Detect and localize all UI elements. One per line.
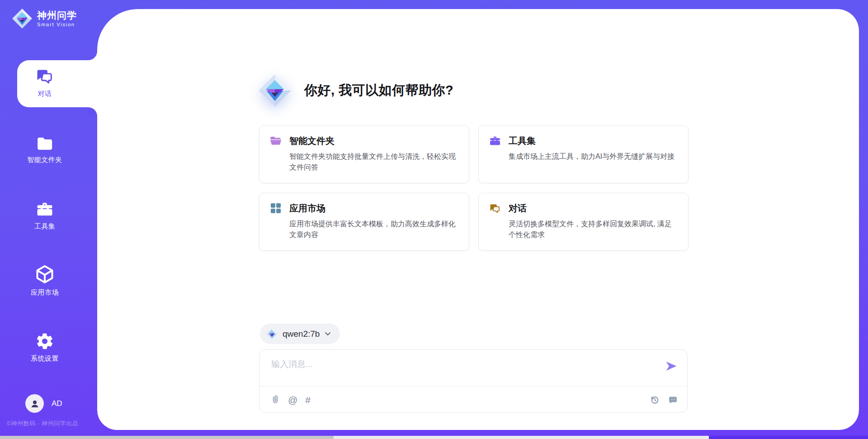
sidebar-item-label: 智能文件夹 bbox=[27, 156, 62, 164]
card-description: 应用市场提供丰富长文本模板，助力高效生成多样化文章内容 bbox=[289, 219, 459, 240]
sidebar-item-label: 工具集 bbox=[34, 222, 56, 231]
card-title: 工具集 bbox=[509, 135, 536, 147]
assistant-logo-icon bbox=[258, 74, 292, 107]
avatar[interactable] bbox=[25, 394, 44, 413]
user-initials: AD bbox=[52, 399, 62, 408]
card-title: 智能文件夹 bbox=[289, 135, 335, 147]
card-app-market[interactable]: 应用市场 应用市场提供丰富长文本模板，助力高效生成多样化文章内容 bbox=[259, 193, 469, 251]
chat-bubble-icon bbox=[668, 395, 678, 405]
folder-open-icon bbox=[269, 134, 282, 147]
message-composer: @ # bbox=[259, 349, 688, 413]
copyright-footer: ©神州数码 · 神州问学出品 bbox=[7, 420, 78, 428]
sidebar-item-toolset[interactable]: 工具集 bbox=[0, 200, 90, 231]
card-description: 智能文件夹功能支持批量文件上传与清洗，轻松实现文件问答 bbox=[289, 151, 459, 173]
sidebar-item-chat[interactable]: 对话 bbox=[0, 66, 90, 98]
tab-fillet-bottom bbox=[88, 107, 97, 116]
history-icon bbox=[650, 395, 660, 405]
sidebar-item-label: 系统设置 bbox=[31, 354, 59, 363]
toolbox-icon bbox=[489, 134, 501, 147]
brand-text: 神州问学 Smart Vision bbox=[37, 10, 77, 27]
card-header: 应用市场 bbox=[269, 202, 459, 215]
chat-icon bbox=[489, 202, 501, 215]
app-window: 神州问学 Smart Vision 对话 智能文件夹 工具集 应用市场 系统 bbox=[0, 0, 868, 439]
send-button[interactable] bbox=[665, 360, 678, 373]
card-header: 对话 bbox=[489, 202, 678, 215]
message-input[interactable] bbox=[270, 359, 650, 370]
sidebar-item-smart-folder[interactable]: 智能文件夹 bbox=[0, 134, 90, 164]
cube-icon bbox=[34, 264, 55, 285]
scrollbar-right-edge bbox=[709, 436, 868, 439]
grid-icon bbox=[269, 202, 282, 215]
sidebar-item-label: 应用市场 bbox=[31, 288, 59, 297]
brand-subtitle: Smart Vision bbox=[37, 22, 77, 27]
card-title: 对话 bbox=[509, 202, 527, 215]
sidebar-item-settings[interactable]: 系统设置 bbox=[0, 332, 90, 363]
toolbox-icon bbox=[35, 200, 54, 219]
card-chat[interactable]: 对话 灵活切换多模型文件，支持多样回复效果调试, 满足个性化需求 bbox=[478, 193, 689, 251]
hash-icon: # bbox=[305, 395, 311, 405]
person-icon bbox=[29, 398, 40, 409]
folder-icon bbox=[36, 134, 54, 152]
gear-icon bbox=[35, 332, 54, 351]
card-toolset[interactable]: 工具集 集成市场上主流工具，助力AI与外界无缝扩展与对接 bbox=[478, 125, 689, 183]
history-button[interactable] bbox=[650, 395, 660, 405]
horizontal-scrollbar[interactable] bbox=[0, 436, 868, 439]
topic-button[interactable]: # bbox=[305, 395, 311, 405]
greeting-title: 你好, 我可以如何帮助你? bbox=[304, 81, 453, 100]
brand-logo-icon bbox=[12, 8, 33, 29]
brand-name: 神州问学 bbox=[37, 10, 77, 20]
attach-button[interactable] bbox=[270, 395, 280, 405]
card-header: 工具集 bbox=[489, 134, 678, 147]
card-header: 智能文件夹 bbox=[269, 134, 459, 147]
paperclip-icon bbox=[270, 395, 280, 405]
tab-fillet-top bbox=[88, 51, 97, 60]
feature-cards: 智能文件夹 智能文件夹功能支持批量文件上传与清洗，轻松实现文件问答 工具集 集成… bbox=[259, 125, 689, 251]
scrollbar-thumb[interactable] bbox=[0, 436, 334, 439]
user-account[interactable]: AD bbox=[25, 394, 62, 413]
brand: 神州问学 Smart Vision bbox=[12, 8, 77, 29]
model-selector[interactable]: qwen2:7b bbox=[260, 324, 340, 344]
sidebar-item-app-market[interactable]: 应用市场 bbox=[0, 264, 90, 297]
composer-toolbar: @ # bbox=[270, 387, 678, 413]
card-smart-folder[interactable]: 智能文件夹 智能文件夹功能支持批量文件上传与清洗，轻松实现文件问答 bbox=[259, 125, 469, 183]
main-panel: 你好, 我可以如何帮助你? 智能文件夹 智能文件夹功能支持批量文件上传与清洗，轻… bbox=[97, 9, 859, 430]
send-icon bbox=[665, 360, 678, 372]
model-logo-icon bbox=[266, 328, 278, 339]
mention-button[interactable]: @ bbox=[288, 395, 297, 405]
at-icon: @ bbox=[288, 395, 297, 405]
model-name: qwen2:7b bbox=[283, 329, 320, 339]
card-description: 集成市场上主流工具，助力AI与外界无缝扩展与对接 bbox=[509, 151, 678, 162]
conversation-button[interactable] bbox=[668, 395, 678, 405]
chevron-down-icon bbox=[325, 331, 331, 337]
chat-icon bbox=[35, 66, 55, 86]
sidebar-item-label: 对话 bbox=[38, 90, 52, 98]
card-title: 应用市场 bbox=[289, 202, 326, 215]
card-description: 灵活切换多模型文件，支持多样回复效果调试, 满足个性化需求 bbox=[509, 219, 678, 240]
greeting-section: 你好, 我可以如何帮助你? bbox=[258, 74, 453, 107]
